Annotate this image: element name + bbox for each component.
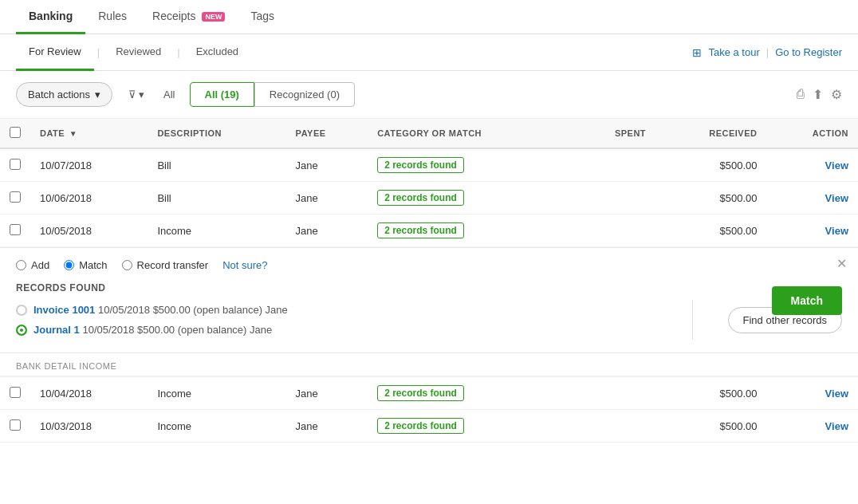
- radio-add[interactable]: Add: [16, 259, 49, 271]
- top-nav-tab-tags[interactable]: Tags: [238, 0, 287, 34]
- table-row: 10/07/2018 Bill Jane 2 records found $50…: [0, 148, 858, 182]
- row1-date: 10/07/2018: [30, 148, 148, 182]
- tab-all[interactable]: All (19): [190, 82, 254, 107]
- new-badge: NEW: [202, 12, 225, 22]
- export-icon[interactable]: ⬆: [813, 87, 823, 102]
- row1-category[interactable]: 2 records found: [368, 148, 572, 182]
- row2-payee: Jane: [286, 182, 368, 215]
- row1-action[interactable]: View: [766, 148, 858, 182]
- tour-icon: ⊞: [692, 46, 702, 59]
- transactions-table-container: DATE ▼ DESCRIPTION PAYEE CATEGORY OR MAT…: [0, 119, 858, 443]
- row5-spent: [573, 410, 656, 443]
- batch-actions-button[interactable]: Batch actions ▾: [16, 82, 112, 107]
- list-item: Invoice 1001 10/05/2018 $500.00 (open ba…: [16, 300, 673, 320]
- row3-action[interactable]: View: [766, 215, 858, 247]
- sort-indicator: ▼: [69, 129, 77, 138]
- row4-category[interactable]: 2 records found: [368, 377, 572, 410]
- top-nav: Banking Rules Receipts NEW Tags: [0, 0, 858, 34]
- row4-spent: [573, 377, 656, 410]
- select-all-header[interactable]: [0, 119, 30, 148]
- row1-checkbox[interactable]: [10, 159, 21, 170]
- close-icon[interactable]: ✕: [836, 256, 847, 271]
- row2-checkbox-cell[interactable]: [0, 182, 30, 215]
- records-found-label: Records found: [16, 282, 842, 293]
- row5-description: Income: [148, 410, 285, 443]
- view-link[interactable]: View: [825, 192, 848, 204]
- view-link[interactable]: View: [825, 225, 848, 237]
- not-sure-link[interactable]: Not sure?: [222, 259, 267, 271]
- row3-checkbox-cell[interactable]: [0, 215, 30, 247]
- radio-group: Add Match Record transfer Not sure?: [16, 259, 842, 271]
- record1-radio[interactable]: [16, 305, 27, 316]
- expanded-panel-row: ✕ Add Match: [0, 247, 858, 377]
- row1-checkbox-cell[interactable]: [0, 148, 30, 182]
- radio-match-label: Match: [79, 259, 107, 271]
- received-column-header: RECEIVED: [655, 119, 766, 148]
- row3-spent: [573, 215, 656, 247]
- match-button[interactable]: Match: [772, 286, 842, 315]
- date-column-header[interactable]: DATE ▼: [30, 119, 148, 148]
- radio-record-transfer-input[interactable]: [122, 260, 132, 270]
- table-header-row: DATE ▼ DESCRIPTION PAYEE CATEGORY OR MAT…: [0, 119, 858, 148]
- row1-description: Bill: [148, 148, 285, 182]
- bank-detail: BANK DETAIL income: [0, 353, 858, 376]
- view-link[interactable]: View: [825, 420, 848, 432]
- row5-checkbox[interactable]: [10, 419, 21, 431]
- bank-detail-value: income: [79, 361, 116, 371]
- record2-link[interactable]: Journal 1: [33, 324, 80, 336]
- row4-checkbox[interactable]: [10, 387, 21, 398]
- settings-icon[interactable]: ⚙: [831, 87, 842, 102]
- row3-category[interactable]: 2 records found: [368, 215, 572, 247]
- print-icon[interactable]: ⎙: [797, 87, 805, 102]
- table-row: 10/05/2018 Income Jane 2 records found $…: [0, 215, 858, 247]
- row3-received: $500.00: [655, 215, 766, 247]
- top-nav-tab-rules[interactable]: Rules: [85, 0, 140, 34]
- sub-nav-tab-reviewed[interactable]: Reviewed: [103, 34, 174, 71]
- sub-nav-divider-2: |: [174, 46, 183, 58]
- row2-checkbox[interactable]: [10, 191, 21, 203]
- go-to-register-link[interactable]: Go to Register: [775, 46, 842, 58]
- record1-link[interactable]: Invoice 1001: [33, 304, 95, 316]
- toolbar-all-label: All: [160, 89, 178, 100]
- records-badge: 2 records found: [377, 385, 464, 401]
- description-column-header: DESCRIPTION: [148, 119, 285, 148]
- filter-button[interactable]: ⊽ ▾: [120, 83, 152, 106]
- take-tour-link[interactable]: Take a tour: [708, 46, 759, 58]
- row1-spent: [573, 148, 656, 182]
- records-badge: 2 records found: [377, 190, 464, 206]
- row3-description: Income: [148, 215, 285, 247]
- batch-actions-label: Batch actions: [28, 89, 90, 100]
- row3-checkbox[interactable]: [10, 224, 21, 235]
- row5-action[interactable]: View: [766, 410, 858, 443]
- vertical-divider: [692, 300, 693, 340]
- row5-category[interactable]: 2 records found: [368, 410, 572, 443]
- records-badge: 2 records found: [377, 157, 464, 173]
- row2-category[interactable]: 2 records found: [368, 182, 572, 215]
- record2-detail: 10/05/2018 $500.00 (open balance) Jane: [82, 324, 272, 336]
- radio-add-input[interactable]: [16, 260, 26, 270]
- toolbar: Batch actions ▾ ⊽ ▾ All All (19) Recogni…: [0, 71, 858, 119]
- row2-action[interactable]: View: [766, 182, 858, 215]
- record1-detail: 10/05/2018 $500.00 (open balance) Jane: [98, 304, 288, 316]
- table-row: 10/06/2018 Bill Jane 2 records found $50…: [0, 182, 858, 215]
- row4-action[interactable]: View: [766, 377, 858, 410]
- top-nav-tab-banking[interactable]: Banking: [16, 0, 85, 34]
- toolbar-icons: ⎙ ⬆ ⚙: [797, 87, 842, 102]
- records-list: Invoice 1001 10/05/2018 $500.00 (open ba…: [16, 300, 673, 340]
- tab-recognized[interactable]: Recognized (0): [254, 82, 355, 107]
- radio-record-transfer[interactable]: Record transfer: [122, 259, 209, 271]
- row4-checkbox-cell[interactable]: [0, 377, 30, 410]
- radio-match[interactable]: Match: [64, 259, 107, 271]
- view-link[interactable]: View: [825, 159, 848, 171]
- record2-radio[interactable]: [16, 325, 27, 336]
- row4-description: Income: [148, 377, 285, 410]
- radio-match-input[interactable]: [64, 260, 74, 270]
- top-nav-tab-receipts[interactable]: Receipts NEW: [140, 0, 238, 34]
- row5-checkbox-cell[interactable]: [0, 410, 30, 443]
- view-link[interactable]: View: [825, 388, 848, 400]
- select-all-checkbox[interactable]: [10, 127, 21, 138]
- sub-nav-tab-for-review[interactable]: For Review: [16, 34, 94, 71]
- row3-date: 10/05/2018: [30, 215, 148, 247]
- expanded-panel: ✕ Add Match: [0, 247, 858, 353]
- sub-nav-tab-excluded[interactable]: Excluded: [183, 34, 251, 71]
